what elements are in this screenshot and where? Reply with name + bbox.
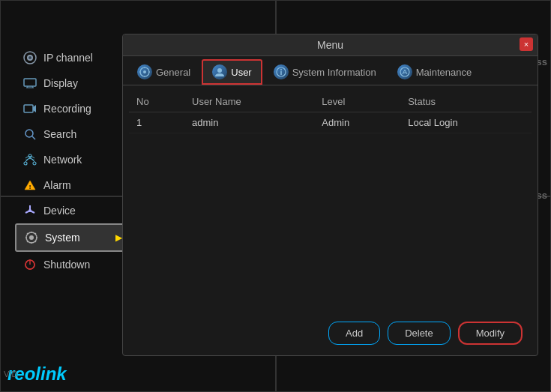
sysinfo-tab-icon [274, 64, 289, 79]
bottom-buttons: Add Delete Modify [328, 322, 523, 345]
vid-label: VID [4, 370, 17, 379]
menu-title: Menu [317, 39, 343, 51]
svg-point-12 [24, 162, 27, 165]
tab-general-label: General [156, 67, 190, 78]
sidebar-item-label: System [45, 232, 80, 244]
device-icon [22, 203, 37, 218]
svg-point-13 [33, 162, 36, 165]
sidebar-item-device[interactable]: Device [15, 198, 131, 223]
svg-point-21 [28, 209, 31, 212]
user-tab-icon [212, 64, 227, 79]
table-row[interactable]: 1 admin Admin Local Login [129, 112, 532, 133]
sidebar-item-recording[interactable]: Recording [15, 96, 131, 121]
svg-point-40 [217, 68, 222, 73]
shutdown-icon [22, 257, 37, 272]
sidebar-item-ip-channel[interactable]: IP channel [15, 45, 131, 70]
user-table: No User Name Level Status 1 admin Admin … [129, 91, 532, 133]
cell-status: Local Login [400, 112, 532, 133]
svg-rect-7 [24, 105, 33, 112]
tab-system-info[interactable]: System Information [264, 59, 386, 85]
tab-sysinfo-label: System Information [292, 67, 376, 78]
tab-general[interactable]: General [127, 59, 200, 85]
svg-point-9 [25, 130, 33, 137]
sidebar-item-label: Shutdown [43, 259, 90, 271]
svg-point-44 [400, 67, 409, 76]
svg-text:!: ! [29, 184, 31, 190]
sidebar-item-label: Device [43, 205, 76, 217]
sidebar-item-alarm[interactable]: ! Alarm [15, 172, 131, 198]
network-icon [22, 152, 37, 167]
sidebar-item-label: IP channel [43, 52, 93, 64]
modify-button[interactable]: Modify [458, 322, 523, 345]
sidebar-item-label: Recording [43, 103, 91, 115]
sidebar-item-search[interactable]: Search [15, 121, 131, 147]
close-button[interactable]: × [520, 37, 533, 51]
delete-button[interactable]: Delete [388, 322, 451, 345]
svg-rect-3 [24, 79, 36, 86]
tab-user-label: User [231, 67, 251, 78]
svg-line-10 [32, 136, 35, 139]
add-button[interactable]: Add [328, 322, 380, 345]
chevron-right-icon: ▶ [115, 232, 122, 243]
maintenance-tab-icon [397, 64, 412, 79]
svg-point-42 [280, 69, 282, 70]
sidebar-item-label: Display [43, 77, 78, 89]
general-tab-icon [137, 64, 152, 79]
col-username: User Name [184, 91, 314, 112]
sidebar-item-label: Network [43, 154, 82, 166]
menu-dialog: Menu × General [122, 34, 538, 356]
tab-bar: General User System Information [123, 56, 538, 85]
monitor-icon [22, 76, 37, 91]
tab-maintenance[interactable]: Maintenance [388, 59, 481, 85]
svg-point-23 [29, 235, 34, 240]
svg-point-2 [28, 56, 31, 59]
cell-level: Admin [314, 112, 400, 133]
sidebar-item-network[interactable]: Network [15, 147, 131, 172]
system-icon [24, 230, 39, 245]
sidebar: IP channel Display Recording [15, 45, 131, 277]
sidebar-item-shutdown[interactable]: Shutdown [15, 252, 131, 277]
sidebar-item-system[interactable]: System ▶ [15, 223, 131, 252]
alarm-icon: ! [22, 178, 37, 193]
user-table-area: No User Name Level Status 1 admin Admin … [123, 85, 538, 139]
col-level: Level [314, 91, 400, 112]
menu-title-bar: Menu × [123, 34, 538, 56]
svg-point-35 [143, 70, 146, 73]
tab-maintenance-label: Maintenance [416, 67, 472, 78]
sidebar-item-display[interactable]: Display [15, 70, 131, 96]
tab-user[interactable]: User [202, 59, 262, 85]
camera-icon [22, 50, 37, 65]
record-icon [22, 101, 37, 116]
sidebar-item-label: Search [43, 128, 76, 140]
cell-no: 1 [129, 112, 184, 133]
col-status: Status [400, 91, 532, 112]
col-no: No [129, 91, 184, 112]
cell-username: admin [184, 112, 314, 133]
search-icon [22, 127, 37, 142]
sidebar-item-label: Alarm [43, 179, 71, 191]
